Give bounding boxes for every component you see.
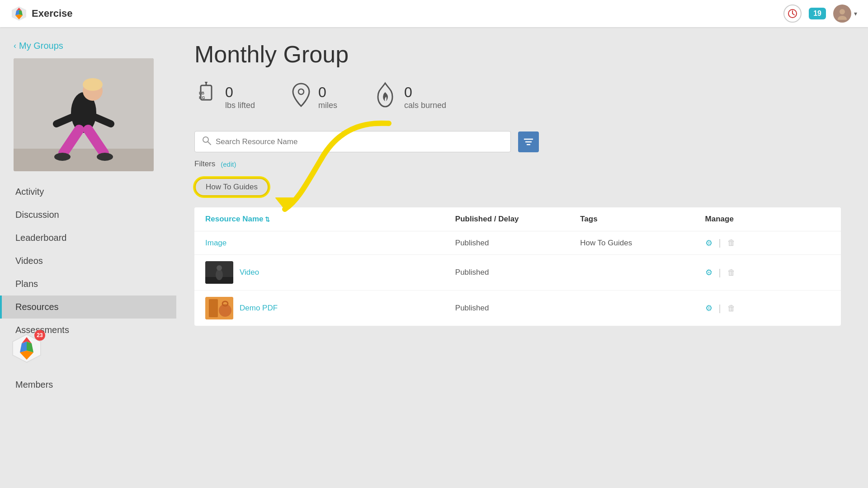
- cals-burned-value: 0: [404, 84, 446, 101]
- manage-cell: ⚙ | 🗑: [705, 238, 830, 248]
- svg-point-41: [216, 269, 223, 280]
- location-icon: [291, 82, 311, 113]
- sidebar-item-activity[interactable]: Activity: [0, 180, 176, 203]
- published-cell: Published: [455, 304, 580, 313]
- nav-right-area: 19 ▾: [783, 5, 857, 23]
- notification-badge[interactable]: 19: [809, 8, 826, 19]
- published-cell: Published: [455, 268, 580, 277]
- resource-name-cell: Video: [205, 261, 455, 284]
- resource-name-cell: Image: [205, 239, 455, 248]
- svg-rect-12: [14, 149, 154, 171]
- svg-line-7: [793, 14, 794, 15]
- cals-burned-label: cals burned: [404, 101, 446, 110]
- table-row: Demo PDF Published ⚙ | 🗑: [194, 291, 841, 326]
- settings-icon[interactable]: ⚙: [705, 303, 712, 313]
- filters-label: Filters: [194, 160, 215, 169]
- manage-cell: ⚙ | 🗑: [705, 267, 830, 278]
- weight-icon: LB KG: [194, 82, 218, 113]
- page-layout: ‹ My Groups: [0, 0, 868, 488]
- delete-icon[interactable]: 🗑: [727, 304, 736, 313]
- group-image-svg: [14, 58, 154, 171]
- filter-icon: [524, 137, 533, 147]
- manage-cell: ⚙ | 🗑: [705, 303, 830, 314]
- badge-count: 23: [34, 330, 45, 341]
- app-logo[interactable]: Exercise: [11, 5, 73, 22]
- th-tags: Tags: [580, 215, 705, 224]
- my-groups-label: My Groups: [19, 41, 63, 51]
- top-navigation: Exercise 19 ▾: [0, 0, 868, 27]
- chevron-left-icon: ‹: [14, 41, 16, 51]
- sidebar-item-plans[interactable]: Plans: [0, 272, 176, 296]
- svg-point-32: [298, 89, 304, 94]
- svg-point-42: [217, 265, 222, 271]
- stats-row: LB KG 0 lbs lifted 0: [194, 81, 841, 113]
- search-icon: [202, 136, 211, 147]
- tags-cell: How To Guides: [580, 239, 705, 248]
- manage-divider: |: [719, 267, 721, 278]
- sidebar-item-members[interactable]: Members: [0, 373, 176, 396]
- published-cell: Published: [455, 239, 580, 248]
- resources-table: Resource Name Published / Delay Tags Man…: [194, 207, 841, 326]
- sidebar-item-resources[interactable]: Resources: [0, 296, 176, 319]
- filters-edit-link[interactable]: (edit): [221, 160, 236, 168]
- svg-text:KG: KG: [199, 95, 205, 100]
- filter-button[interactable]: [518, 131, 539, 152]
- resource-link-demopdf[interactable]: Demo PDF: [240, 304, 278, 313]
- svg-point-8: [840, 9, 845, 14]
- pdf-thumbnail: [205, 297, 233, 319]
- avatar: [833, 5, 851, 23]
- sidebar-item-leaderboard[interactable]: Leaderboard: [0, 226, 176, 249]
- svg-point-29: [205, 82, 208, 83]
- delete-icon[interactable]: 🗑: [727, 268, 736, 277]
- lbs-lifted-value: 0: [225, 84, 255, 101]
- settings-icon[interactable]: ⚙: [705, 267, 712, 277]
- miles-label: miles: [318, 101, 337, 110]
- stat-lbs-lifted: LB KG 0 lbs lifted: [194, 82, 255, 113]
- resource-link-image[interactable]: Image: [205, 239, 226, 248]
- th-published-delay: Published / Delay: [455, 215, 580, 224]
- svg-point-33: [203, 137, 208, 142]
- svg-point-20: [54, 153, 71, 161]
- tag-pill-how-to-guides[interactable]: How To Guides: [194, 178, 269, 197]
- miles-value: 0: [318, 84, 337, 101]
- table-row: Video Published ⚙ | 🗑: [194, 255, 841, 291]
- svg-text:LB: LB: [199, 91, 204, 95]
- sidebar-item-discussion[interactable]: Discussion: [0, 203, 176, 226]
- clock-icon[interactable]: [783, 5, 802, 23]
- stat-cals-burned: 0 cals burned: [373, 81, 446, 113]
- main-content: Monthly Group LB KG 0 lbs lifted: [176, 27, 868, 488]
- app-title: Exercise: [32, 8, 73, 19]
- svg-point-21: [97, 153, 113, 161]
- search-box[interactable]: [194, 131, 511, 152]
- table-row: Image Published How To Guides ⚙ | 🗑: [194, 231, 841, 255]
- page-title: Monthly Group: [194, 41, 841, 68]
- settings-icon[interactable]: ⚙: [705, 238, 712, 248]
- filters-row: Filters (edit): [194, 160, 841, 169]
- manage-divider: |: [719, 303, 721, 314]
- sidebar-item-assessments[interactable]: Assessments 23: [0, 319, 176, 342]
- video-thumbnail: [205, 261, 233, 284]
- resource-name-cell: Demo PDF: [205, 297, 455, 319]
- svg-rect-44: [209, 299, 218, 317]
- stat-miles: 0 miles: [291, 82, 337, 113]
- th-manage: Manage: [705, 215, 830, 224]
- group-image: [14, 58, 154, 171]
- resource-link-video[interactable]: Video: [240, 268, 259, 277]
- tag-pills-row: How To Guides: [194, 178, 841, 197]
- svg-point-15: [83, 78, 103, 91]
- logo-icon: [11, 5, 27, 22]
- search-input[interactable]: [216, 137, 503, 146]
- fire-icon: [373, 81, 397, 113]
- delete-icon[interactable]: 🗑: [727, 238, 736, 248]
- sidebar-nav: Activity Discussion Leaderboard Videos P…: [0, 180, 176, 396]
- sidebar-item-videos[interactable]: Videos: [0, 249, 176, 272]
- user-avatar-button[interactable]: ▾: [833, 5, 857, 23]
- manage-divider: |: [719, 238, 721, 248]
- table-header: Resource Name Published / Delay Tags Man…: [194, 207, 841, 231]
- th-resource-name[interactable]: Resource Name: [205, 215, 455, 224]
- my-groups-back-link[interactable]: ‹ My Groups: [0, 36, 176, 58]
- svg-point-9: [838, 16, 847, 20]
- floating-logo-badge: 23: [11, 333, 42, 364]
- tag-pills-area: How To Guides: [194, 178, 841, 197]
- search-filter-row: [194, 131, 841, 152]
